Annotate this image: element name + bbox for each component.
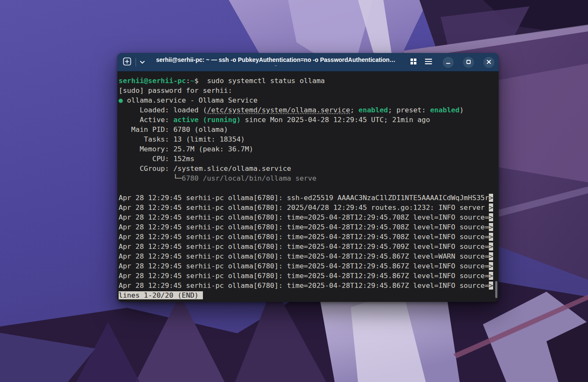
terminal-text-segment: enabled (358, 106, 388, 114)
terminal-line: Memory: 25.7M (peak: 36.7M) (119, 144, 499, 154)
terminal-text-segment: ~ (190, 77, 194, 85)
terminal-line: Apr 28 12:29:45 serhii-pc ollama[6780]: … (119, 193, 499, 203)
terminal-line: Tasks: 13 (limit: 18354) (119, 134, 499, 144)
terminal-text-segment: Loaded: loaded ( (119, 106, 207, 114)
terminal-line: Apr 28 12:29:45 serhii-pc ollama[6780]: … (119, 261, 499, 271)
terminal-text-segment: : (186, 77, 190, 85)
new-tab-button[interactable] (122, 56, 133, 68)
terminal-text-segment: ● (119, 96, 123, 104)
terminal-text-segment: Apr 28 12:29:45 serhii-pc ollama[6780]: … (119, 272, 489, 280)
terminal-text-segment: Apr 28 12:29:45 serhii-pc ollama[6780]: … (119, 282, 489, 290)
terminal-text-segment: CPU: 152ms (119, 155, 194, 163)
terminal-text-segment: > (489, 233, 493, 241)
tab-overview-button[interactable] (409, 57, 418, 67)
terminal-line: CGroup: /system.slice/ollama.service (119, 164, 499, 173)
menu-button[interactable] (424, 58, 433, 67)
terminal-text-segment: ; preset: (388, 106, 430, 114)
terminal-line: ● ollama.service - Ollama Service (119, 95, 499, 105)
terminal-line: Active: active (running) since Mon 2025-… (119, 115, 499, 125)
terminal-text-segment: Active: (119, 116, 173, 124)
terminal-text-segment: lines 1-20/20 (END) (119, 291, 203, 299)
desktop: { "colors": { "titlebar": "#1e3a5c", "ti… (0, 0, 588, 382)
terminal-text-segment: enabled (430, 106, 460, 114)
terminal-line: [sudo] password for serhii: (119, 86, 499, 95)
minimize-button[interactable] (443, 57, 454, 68)
terminal-line: └─6780 /usr/local/bin/ollama serve (119, 173, 499, 183)
hamburger-icon (425, 59, 432, 66)
terminal-text-segment: > (489, 194, 493, 202)
terminal-line: Main PID: 6780 (ollama) (119, 125, 499, 134)
terminal-text-segment: CGroup: /system.slice/ollama.service (119, 165, 291, 173)
terminal-text-segment: > (489, 272, 493, 280)
terminal-line: Apr 28 12:29:45 serhii-pc ollama[6780]: … (119, 281, 499, 290)
window-controls (409, 57, 494, 68)
terminal-text-segment: └─ (119, 174, 182, 182)
terminal-text-segment: > (489, 243, 493, 251)
terminal-output[interactable]: serhii@serhii-pc:~$ sudo systemctl statu… (117, 72, 499, 302)
terminal-text-segment: Main PID: 6780 (ollama) (119, 125, 228, 134)
terminal-line: CPU: 152ms (119, 154, 499, 164)
terminal-line: Apr 28 12:29:45 serhii-pc ollama[6780]: … (119, 203, 499, 212)
minimize-icon (446, 59, 450, 65)
terminal-text-segment: active (running) (173, 116, 241, 124)
titlebar[interactable]: serhii@serhii-pc: ~ — ssh -o PubkeyAuthe… (117, 53, 499, 72)
terminal-text-segment: serhii@serhii-pc (119, 77, 186, 85)
terminal-text-segment: > (489, 213, 493, 221)
terminal-line (119, 183, 499, 193)
terminal-text-segment: sudo systemctl status ollama (199, 77, 325, 85)
window-subtitle: ~ (275, 63, 277, 68)
chevron-down-icon (140, 59, 145, 65)
terminal-line: Apr 28 12:29:45 serhii-pc ollama[6780]: … (119, 222, 499, 232)
new-tab-icon (122, 57, 132, 67)
terminal-text-segment: Apr 28 12:29:45 serhii-pc ollama[6780]: … (119, 194, 489, 202)
terminal-text-segment: Apr 28 12:29:45 serhii-pc ollama[6780]: … (119, 262, 489, 270)
terminal-text-segment: Apr 28 12:29:45 serhii-pc ollama[6780]: … (119, 223, 489, 231)
terminal-text-segment: $ (194, 77, 199, 85)
window-title: serhii@serhii-pc: ~ — ssh -o PubkeyAuthe… (156, 57, 395, 64)
terminal-text-segment: Apr 28 12:29:45 serhii-pc ollama[6780]: … (119, 204, 489, 212)
close-button[interactable] (483, 57, 494, 68)
grid-icon (410, 58, 417, 66)
terminal-text-segment: > (489, 204, 493, 212)
terminal-text-segment: ; (350, 106, 358, 114)
terminal-line: Loaded: loaded (/etc/systemd/system/olla… (119, 105, 499, 115)
terminal-text-segment: > (489, 262, 493, 270)
terminal-line: lines 1-20/20 (END) (119, 290, 499, 300)
maximize-button[interactable] (463, 57, 474, 68)
terminal-text-segment: ollama.service - Ollama Service (123, 96, 258, 104)
window-title-area: serhii@serhii-pc: ~ — ssh -o PubkeyAuthe… (146, 56, 406, 69)
titlebar-separator (136, 58, 136, 67)
terminal-text-segment: 6780 /usr/local/bin/ollama serve (182, 174, 316, 182)
terminal-line: Apr 28 12:29:45 serhii-pc ollama[6780]: … (119, 271, 499, 281)
tab-controls (122, 56, 146, 68)
terminal-text-segment: ) (460, 106, 464, 114)
terminal-text-segment: Apr 28 12:29:45 serhii-pc ollama[6780]: … (119, 233, 489, 241)
terminal-text-segment: > (489, 223, 493, 231)
terminal-window: serhii@serhii-pc: ~ — ssh -o PubkeyAuthe… (117, 53, 499, 302)
terminal-text-segment: Memory: 25.7M (peak: 36.7M) (119, 145, 253, 153)
terminal-text-segment: Apr 28 12:29:45 serhii-pc ollama[6780]: … (119, 252, 489, 260)
terminal-line: Apr 28 12:29:45 serhii-pc ollama[6780]: … (119, 212, 499, 222)
close-icon (487, 59, 491, 65)
terminal-text-segment: since Mon 2025-04-28 12:29:45 UTC; 21min… (241, 116, 430, 124)
terminal-text-segment: > (489, 282, 493, 290)
terminal-line: Apr 28 12:29:45 serhii-pc ollama[6780]: … (119, 251, 499, 261)
terminal-line: Apr 28 12:29:45 serhii-pc ollama[6780]: … (119, 232, 499, 242)
scrollbar-thumb[interactable] (495, 281, 497, 298)
maximize-icon (466, 59, 471, 65)
terminal-text-segment: Apr 28 12:29:45 serhii-pc ollama[6780]: … (119, 243, 489, 251)
terminal-line: Apr 28 12:29:45 serhii-pc ollama[6780]: … (119, 242, 499, 251)
terminal-text-segment: Tasks: 13 (limit: 18354) (119, 135, 245, 143)
terminal-text-segment: [sudo] password for serhii: (119, 86, 232, 95)
terminal-line: serhii@serhii-pc:~$ sudo systemctl statu… (119, 76, 499, 86)
terminal-text-segment: /etc/systemd/system/ollama.service (207, 106, 350, 114)
terminal-text-segment: Apr 28 12:29:45 serhii-pc ollama[6780]: … (119, 213, 489, 221)
terminal-text-segment: > (489, 252, 493, 260)
tab-chooser-button[interactable] (139, 58, 146, 66)
